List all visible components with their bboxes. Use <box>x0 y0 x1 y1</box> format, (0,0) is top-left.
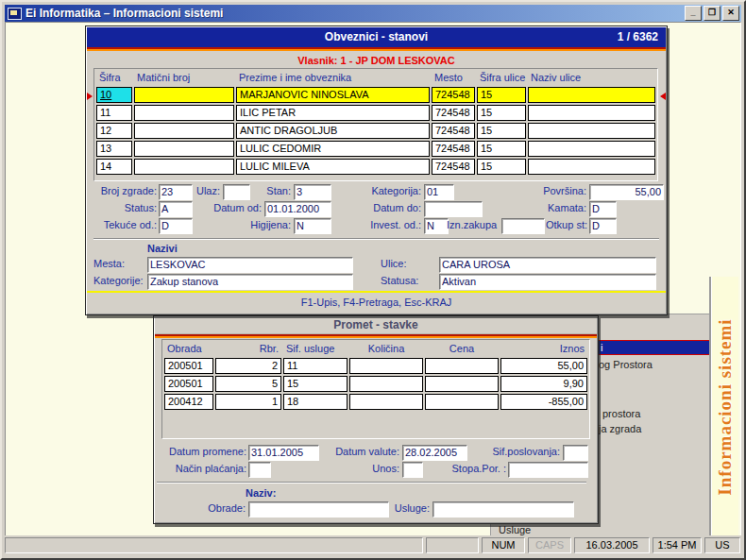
column-header[interactable]: Sif. usluge <box>283 342 348 356</box>
table-cell[interactable]: 15 <box>477 123 526 139</box>
table-cell[interactable]: 200501 <box>164 358 213 374</box>
datum-do-field[interactable] <box>424 201 483 217</box>
povrsina-field[interactable]: 55,00 <box>589 184 664 200</box>
table-cell[interactable] <box>528 123 655 139</box>
otkup-st-field[interactable]: D <box>589 218 617 234</box>
column-header[interactable]: Cena <box>425 342 499 356</box>
table-cell[interactable]: 9,90 <box>500 376 587 392</box>
stopa-por-field[interactable] <box>508 462 588 478</box>
table-cell[interactable]: 15 <box>283 376 348 392</box>
menu-item[interactable]: og Prostora <box>599 359 653 370</box>
table-cell[interactable] <box>425 394 499 410</box>
table-cell[interactable] <box>528 159 655 175</box>
table-cell[interactable] <box>425 358 499 374</box>
ulice-field[interactable]: CARA UROSA <box>439 257 656 273</box>
kategorije-field[interactable]: Zakup stanova <box>147 274 353 290</box>
obrade-field[interactable] <box>248 501 389 518</box>
table-cell[interactable] <box>425 376 499 392</box>
table-cell[interactable]: 200412 <box>164 394 213 410</box>
table-cell[interactable]: 5 <box>215 376 281 392</box>
table-cell[interactable]: 14 <box>96 159 132 175</box>
table-cell[interactable]: 12 <box>96 123 132 139</box>
table-row[interactable]: 200501211 55,00 <box>164 358 587 374</box>
table-cell[interactable]: 200501 <box>164 376 213 392</box>
table-cell[interactable]: 15 <box>477 87 526 103</box>
table-cell[interactable]: MARJANOVIC NINOSLAVA <box>236 87 430 103</box>
table-cell[interactable]: ANTIC DRAGOLJUB <box>236 123 430 139</box>
minimize-icon[interactable]: _ <box>685 6 702 21</box>
column-header[interactable]: Mesto <box>432 71 475 85</box>
table-cell[interactable]: ILIC PETAR <box>236 105 430 121</box>
table-row[interactable]: 11 ILIC PETAR72454815 <box>96 105 655 121</box>
nacin-placanja-field[interactable] <box>248 462 271 478</box>
table-row[interactable]: 12 ANTIC DRAGOLJUB72454815 <box>96 123 655 139</box>
table-row[interactable]: 10 MARJANOVIC NINOSLAVA72454815 <box>96 87 655 103</box>
usluge-field[interactable] <box>432 501 574 518</box>
obveznici-dialog-title[interactable]: Obveznici - stanovi 1 / 6362 <box>87 27 666 47</box>
table-cell[interactable]: 724548 <box>432 87 475 103</box>
stan-field[interactable]: 3 <box>294 184 331 200</box>
status-field[interactable]: A <box>159 201 193 217</box>
table-cell[interactable] <box>134 123 234 139</box>
table-cell[interactable] <box>349 394 423 410</box>
table-cell[interactable] <box>349 358 423 374</box>
table-cell[interactable]: 724548 <box>432 159 475 175</box>
column-header[interactable]: Iznos <box>500 342 587 356</box>
column-header[interactable]: Matični broj <box>134 71 234 85</box>
column-header[interactable]: Prezime i ime obveznika <box>236 71 430 85</box>
ulaz-field[interactable] <box>223 184 250 200</box>
statusa-field[interactable]: Aktivan <box>439 274 656 290</box>
sif-poslovanja-field[interactable] <box>563 445 588 461</box>
unos-field[interactable] <box>402 462 423 478</box>
datum-promene-field[interactable]: 31.01.2005 <box>248 445 319 461</box>
table-cell[interactable] <box>134 159 234 175</box>
column-header[interactable]: Šifra <box>96 71 132 85</box>
higijena-field[interactable]: N <box>294 218 331 234</box>
menu-selected-item[interactable]: i <box>597 340 716 355</box>
table-cell[interactable]: 724548 <box>432 105 475 121</box>
datum-valute-field[interactable]: 28.02.2005 <box>402 445 467 461</box>
table-cell[interactable] <box>528 141 655 157</box>
table-cell[interactable]: 18 <box>283 394 348 410</box>
close-icon[interactable]: ✕ <box>722 6 739 21</box>
table-cell[interactable] <box>528 105 655 121</box>
broj-zgrade-field[interactable]: 23 <box>159 184 193 200</box>
mesta-field[interactable]: LESKOVAC <box>147 257 353 273</box>
table-cell[interactable] <box>134 87 234 103</box>
table-cell[interactable]: 13 <box>96 141 132 157</box>
table-cell[interactable]: 15 <box>477 159 526 175</box>
table-row[interactable]: 14 LULIC MILEVA72454815 <box>96 159 655 175</box>
table-cell[interactable] <box>528 87 655 103</box>
table-cell[interactable]: 10 <box>96 87 132 103</box>
table-cell[interactable]: 55,00 <box>500 358 587 374</box>
table-cell[interactable] <box>134 105 234 121</box>
table-cell[interactable]: 724548 <box>432 123 475 139</box>
promet-dialog-title[interactable]: Promet - stavke <box>155 317 597 334</box>
menu-item[interactable]: prostora <box>602 408 640 419</box>
column-header[interactable]: Rbr. <box>215 342 281 356</box>
datum-od-field[interactable]: 01.01.2000 <box>264 201 331 217</box>
table-cell[interactable] <box>349 376 423 392</box>
table-cell[interactable]: 15 <box>477 105 526 121</box>
table-cell[interactable]: LULIC CEDOMIR <box>236 141 430 157</box>
table-cell[interactable]: 2 <box>215 358 281 374</box>
column-header[interactable]: Naziv ulice <box>528 71 655 85</box>
table-cell[interactable]: LULIC MILEVA <box>236 159 430 175</box>
table-cell[interactable]: 724548 <box>432 141 475 157</box>
izn-zakupa-field[interactable] <box>501 218 545 234</box>
kategorija-field[interactable]: 01 <box>424 184 454 200</box>
menu-item[interactable]: ja zgrada <box>599 423 641 434</box>
table-cell[interactable]: 1 <box>215 394 281 410</box>
table-cell[interactable]: -855,00 <box>500 394 587 410</box>
table-cell[interactable] <box>134 141 234 157</box>
table-cell[interactable]: 11 <box>283 358 348 374</box>
column-header[interactable]: Obrada <box>164 342 213 356</box>
invest-od-field[interactable]: N <box>424 218 449 234</box>
table-cell[interactable]: 15 <box>477 141 526 157</box>
table-row[interactable]: 13 LULIC CEDOMIR72454815 <box>96 141 655 157</box>
column-header[interactable]: Šifra ulice <box>477 71 526 85</box>
kamata-field[interactable]: D <box>589 201 617 217</box>
tekuce-od-field[interactable]: D <box>159 218 193 234</box>
maximize-icon[interactable]: ❐ <box>704 6 721 21</box>
column-header[interactable]: Količina <box>349 342 423 356</box>
